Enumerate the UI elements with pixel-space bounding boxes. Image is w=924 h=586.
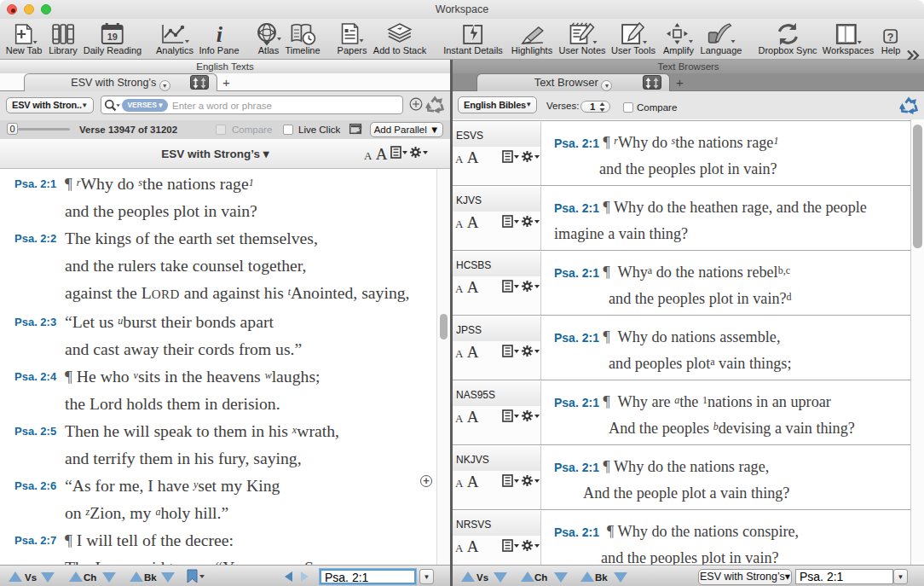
- svg-text:?: ?: [887, 32, 894, 44]
- svg-text:i: i: [216, 22, 222, 46]
- svg-text:19: 19: [107, 32, 118, 42]
